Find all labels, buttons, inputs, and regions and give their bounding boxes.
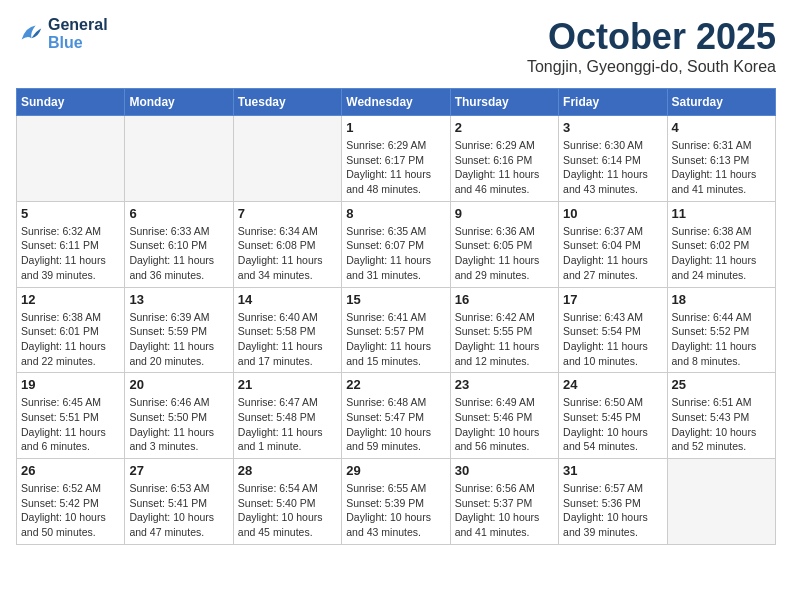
calendar-cell: 16Sunrise: 6:42 AM Sunset: 5:55 PM Dayli… xyxy=(450,287,558,373)
day-detail: Sunrise: 6:34 AM Sunset: 6:08 PM Dayligh… xyxy=(238,224,337,283)
calendar-cell: 25Sunrise: 6:51 AM Sunset: 5:43 PM Dayli… xyxy=(667,373,775,459)
calendar-cell: 18Sunrise: 6:44 AM Sunset: 5:52 PM Dayli… xyxy=(667,287,775,373)
day-number: 12 xyxy=(21,292,120,307)
calendar-cell: 4Sunrise: 6:31 AM Sunset: 6:13 PM Daylig… xyxy=(667,116,775,202)
day-detail: Sunrise: 6:38 AM Sunset: 6:01 PM Dayligh… xyxy=(21,310,120,369)
day-detail: Sunrise: 6:48 AM Sunset: 5:47 PM Dayligh… xyxy=(346,395,445,454)
calendar-cell: 3Sunrise: 6:30 AM Sunset: 6:14 PM Daylig… xyxy=(559,116,667,202)
weekday-header-row: SundayMondayTuesdayWednesdayThursdayFrid… xyxy=(17,89,776,116)
day-detail: Sunrise: 6:52 AM Sunset: 5:42 PM Dayligh… xyxy=(21,481,120,540)
calendar-cell: 21Sunrise: 6:47 AM Sunset: 5:48 PM Dayli… xyxy=(233,373,341,459)
calendar-cell: 28Sunrise: 6:54 AM Sunset: 5:40 PM Dayli… xyxy=(233,459,341,545)
day-number: 17 xyxy=(563,292,662,307)
day-number: 20 xyxy=(129,377,228,392)
day-number: 7 xyxy=(238,206,337,221)
calendar-cell: 1Sunrise: 6:29 AM Sunset: 6:17 PM Daylig… xyxy=(342,116,450,202)
day-number: 31 xyxy=(563,463,662,478)
day-number: 23 xyxy=(455,377,554,392)
day-number: 10 xyxy=(563,206,662,221)
day-detail: Sunrise: 6:43 AM Sunset: 5:54 PM Dayligh… xyxy=(563,310,662,369)
day-number: 22 xyxy=(346,377,445,392)
day-number: 6 xyxy=(129,206,228,221)
day-number: 4 xyxy=(672,120,771,135)
day-detail: Sunrise: 6:40 AM Sunset: 5:58 PM Dayligh… xyxy=(238,310,337,369)
day-detail: Sunrise: 6:32 AM Sunset: 6:11 PM Dayligh… xyxy=(21,224,120,283)
logo-icon xyxy=(16,20,44,48)
day-number: 2 xyxy=(455,120,554,135)
day-detail: Sunrise: 6:44 AM Sunset: 5:52 PM Dayligh… xyxy=(672,310,771,369)
day-detail: Sunrise: 6:36 AM Sunset: 6:05 PM Dayligh… xyxy=(455,224,554,283)
calendar-cell: 13Sunrise: 6:39 AM Sunset: 5:59 PM Dayli… xyxy=(125,287,233,373)
day-number: 26 xyxy=(21,463,120,478)
day-detail: Sunrise: 6:30 AM Sunset: 6:14 PM Dayligh… xyxy=(563,138,662,197)
day-number: 8 xyxy=(346,206,445,221)
calendar-cell: 31Sunrise: 6:57 AM Sunset: 5:36 PM Dayli… xyxy=(559,459,667,545)
calendar-week-row: 5Sunrise: 6:32 AM Sunset: 6:11 PM Daylig… xyxy=(17,201,776,287)
day-number: 13 xyxy=(129,292,228,307)
day-number: 1 xyxy=(346,120,445,135)
day-detail: Sunrise: 6:31 AM Sunset: 6:13 PM Dayligh… xyxy=(672,138,771,197)
calendar-cell: 6Sunrise: 6:33 AM Sunset: 6:10 PM Daylig… xyxy=(125,201,233,287)
calendar-cell: 7Sunrise: 6:34 AM Sunset: 6:08 PM Daylig… xyxy=(233,201,341,287)
day-detail: Sunrise: 6:53 AM Sunset: 5:41 PM Dayligh… xyxy=(129,481,228,540)
calendar-cell: 10Sunrise: 6:37 AM Sunset: 6:04 PM Dayli… xyxy=(559,201,667,287)
calendar-cell: 15Sunrise: 6:41 AM Sunset: 5:57 PM Dayli… xyxy=(342,287,450,373)
calendar-cell: 24Sunrise: 6:50 AM Sunset: 5:45 PM Dayli… xyxy=(559,373,667,459)
calendar-cell: 22Sunrise: 6:48 AM Sunset: 5:47 PM Dayli… xyxy=(342,373,450,459)
day-number: 30 xyxy=(455,463,554,478)
day-number: 9 xyxy=(455,206,554,221)
month-title: October 2025 xyxy=(527,16,776,58)
day-number: 5 xyxy=(21,206,120,221)
day-number: 3 xyxy=(563,120,662,135)
day-detail: Sunrise: 6:33 AM Sunset: 6:10 PM Dayligh… xyxy=(129,224,228,283)
calendar-cell: 17Sunrise: 6:43 AM Sunset: 5:54 PM Dayli… xyxy=(559,287,667,373)
day-detail: Sunrise: 6:50 AM Sunset: 5:45 PM Dayligh… xyxy=(563,395,662,454)
day-number: 15 xyxy=(346,292,445,307)
calendar-cell: 5Sunrise: 6:32 AM Sunset: 6:11 PM Daylig… xyxy=(17,201,125,287)
day-detail: Sunrise: 6:41 AM Sunset: 5:57 PM Dayligh… xyxy=(346,310,445,369)
location-title: Tongjin, Gyeonggi-do, South Korea xyxy=(527,58,776,76)
day-detail: Sunrise: 6:42 AM Sunset: 5:55 PM Dayligh… xyxy=(455,310,554,369)
day-detail: Sunrise: 6:45 AM Sunset: 5:51 PM Dayligh… xyxy=(21,395,120,454)
calendar-cell: 27Sunrise: 6:53 AM Sunset: 5:41 PM Dayli… xyxy=(125,459,233,545)
day-number: 24 xyxy=(563,377,662,392)
day-detail: Sunrise: 6:56 AM Sunset: 5:37 PM Dayligh… xyxy=(455,481,554,540)
calendar-week-row: 1Sunrise: 6:29 AM Sunset: 6:17 PM Daylig… xyxy=(17,116,776,202)
day-detail: Sunrise: 6:35 AM Sunset: 6:07 PM Dayligh… xyxy=(346,224,445,283)
calendar-cell: 30Sunrise: 6:56 AM Sunset: 5:37 PM Dayli… xyxy=(450,459,558,545)
logo: General Blue xyxy=(16,16,108,52)
day-detail: Sunrise: 6:37 AM Sunset: 6:04 PM Dayligh… xyxy=(563,224,662,283)
calendar-cell: 29Sunrise: 6:55 AM Sunset: 5:39 PM Dayli… xyxy=(342,459,450,545)
weekday-header-thursday: Thursday xyxy=(450,89,558,116)
day-detail: Sunrise: 6:51 AM Sunset: 5:43 PM Dayligh… xyxy=(672,395,771,454)
calendar-cell: 26Sunrise: 6:52 AM Sunset: 5:42 PM Dayli… xyxy=(17,459,125,545)
day-number: 18 xyxy=(672,292,771,307)
day-detail: Sunrise: 6:54 AM Sunset: 5:40 PM Dayligh… xyxy=(238,481,337,540)
weekday-header-saturday: Saturday xyxy=(667,89,775,116)
calendar-cell: 20Sunrise: 6:46 AM Sunset: 5:50 PM Dayli… xyxy=(125,373,233,459)
day-detail: Sunrise: 6:29 AM Sunset: 6:16 PM Dayligh… xyxy=(455,138,554,197)
calendar-cell xyxy=(125,116,233,202)
weekday-header-friday: Friday xyxy=(559,89,667,116)
day-detail: Sunrise: 6:49 AM Sunset: 5:46 PM Dayligh… xyxy=(455,395,554,454)
calendar-cell: 23Sunrise: 6:49 AM Sunset: 5:46 PM Dayli… xyxy=(450,373,558,459)
day-detail: Sunrise: 6:46 AM Sunset: 5:50 PM Dayligh… xyxy=(129,395,228,454)
day-detail: Sunrise: 6:47 AM Sunset: 5:48 PM Dayligh… xyxy=(238,395,337,454)
day-number: 21 xyxy=(238,377,337,392)
calendar-week-row: 19Sunrise: 6:45 AM Sunset: 5:51 PM Dayli… xyxy=(17,373,776,459)
day-number: 19 xyxy=(21,377,120,392)
day-detail: Sunrise: 6:29 AM Sunset: 6:17 PM Dayligh… xyxy=(346,138,445,197)
calendar-cell: 8Sunrise: 6:35 AM Sunset: 6:07 PM Daylig… xyxy=(342,201,450,287)
calendar-cell xyxy=(667,459,775,545)
day-number: 16 xyxy=(455,292,554,307)
day-number: 14 xyxy=(238,292,337,307)
weekday-header-sunday: Sunday xyxy=(17,89,125,116)
calendar-cell: 14Sunrise: 6:40 AM Sunset: 5:58 PM Dayli… xyxy=(233,287,341,373)
day-number: 27 xyxy=(129,463,228,478)
title-area: October 2025 Tongjin, Gyeonggi-do, South… xyxy=(527,16,776,76)
calendar-cell: 12Sunrise: 6:38 AM Sunset: 6:01 PM Dayli… xyxy=(17,287,125,373)
calendar-cell: 11Sunrise: 6:38 AM Sunset: 6:02 PM Dayli… xyxy=(667,201,775,287)
weekday-header-tuesday: Tuesday xyxy=(233,89,341,116)
day-number: 25 xyxy=(672,377,771,392)
day-detail: Sunrise: 6:57 AM Sunset: 5:36 PM Dayligh… xyxy=(563,481,662,540)
